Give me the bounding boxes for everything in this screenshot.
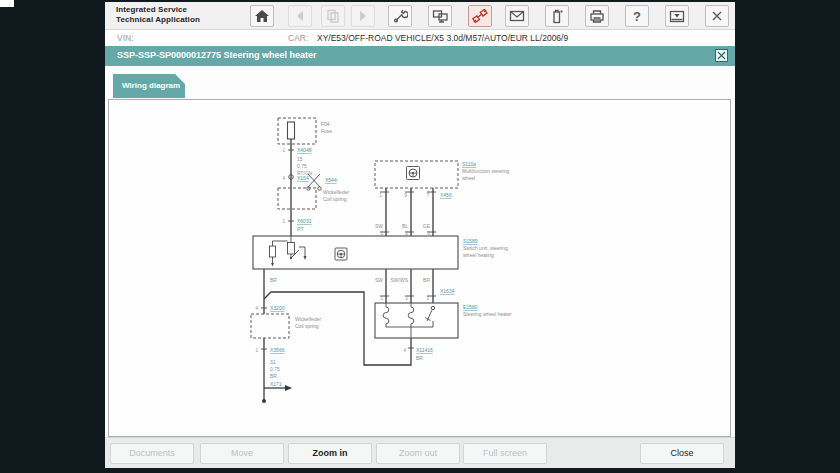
documents-button[interactable]: Documents <box>110 443 194 464</box>
zoom-in-button[interactable]: Zoom in <box>288 443 372 464</box>
component-name: Steering wheel heater <box>463 311 512 317</box>
app-title-line2: Technical Application <box>116 15 200 25</box>
component-id-s1589: S1589 <box>463 238 478 244</box>
connector-x6031: X6031 <box>297 218 312 224</box>
workshop-tools-button[interactable] <box>388 5 412 27</box>
home-button[interactable] <box>250 5 274 27</box>
component-id-s110a: S110a <box>462 161 476 167</box>
output-wire-labels: BR SW SW/WS BR 1 2 3 X1634 <box>270 277 455 301</box>
coil-spring-name-de: Wickelfeder <box>323 189 349 195</box>
coil-spring-lower-box: 4 X3200 Wickelfeder Coil spring 1 X3566 <box>251 305 321 353</box>
wiring-diagram: F04 Fuse 1 X4048 15 0,75 RT/GN 4 X164 <box>109 100 730 436</box>
pin-number: 9 <box>404 193 407 198</box>
obd-plug-icon <box>472 9 488 23</box>
component-name: Multifunction steering <box>462 168 509 174</box>
help-button[interactable]: ? <box>625 5 649 27</box>
printer-icon <box>589 9 605 23</box>
pages-icon <box>325 9 341 23</box>
full-screen-button[interactable]: Full screen <box>463 443 547 464</box>
wire-color: SW <box>375 223 383 229</box>
wire-color: BR <box>270 277 277 283</box>
pin-number: 7 <box>426 193 429 198</box>
document-header: SSP-SSP-SP0000012775 Steering wheel heat… <box>105 46 735 66</box>
close-app-button[interactable] <box>705 5 729 27</box>
connector-x171: X171 <box>270 381 282 387</box>
dock-screen-icon <box>669 10 685 23</box>
print-button[interactable] <box>585 5 609 27</box>
document-title: SSP-SSP-SP0000012775 Steering wheel heat… <box>117 50 317 60</box>
pin-number: 1 <box>282 219 285 224</box>
wire-color: SW/WS <box>391 277 409 283</box>
action-bar: Documents Move Zoom in Zoom out Full scr… <box>105 437 735 468</box>
fuse-box: F04 Fuse <box>278 118 332 144</box>
steering-wheel-heater-box: E1580 Steering wheel heater 4 X11416 BR <box>375 303 512 361</box>
pin-number: 4 <box>282 176 285 181</box>
wrench-icon <box>393 9 408 23</box>
connector-x4048: X4048 <box>297 147 312 153</box>
connector-x1634: X1634 <box>440 288 455 294</box>
wire-color: SW <box>375 277 383 283</box>
vehicle-connection-button[interactable] <box>468 5 492 27</box>
diagram-canvas[interactable]: F04 Fuse 1 X4048 15 0,75 RT/GN 4 X164 <box>108 99 731 437</box>
pin-number: 1 <box>255 348 258 353</box>
coil-spring-name-de: Wickelfeder <box>295 316 321 322</box>
wire-color: BL <box>402 223 408 229</box>
pin-number: 3 <box>426 296 429 301</box>
back-arrow-icon <box>294 10 306 22</box>
connector-x3200: X3200 <box>270 305 285 311</box>
messages-button[interactable] <box>505 5 529 27</box>
supply-wire-labels: 1 X4048 15 0,75 RT/GN 4 X164 <box>282 147 312 181</box>
connector-x544: X544 <box>325 177 337 183</box>
wire-color: BR <box>416 355 423 361</box>
car-label: CAR: <box>288 33 308 43</box>
tab-wiring-diagram[interactable]: Wiring diagram <box>113 74 185 98</box>
wire-color: BR <box>423 277 430 283</box>
main-toolbar: Integrated Service Technical Application <box>105 2 735 30</box>
ista-window: Integrated Service Technical Application <box>105 2 735 468</box>
battery-button[interactable] <box>545 5 569 27</box>
component-name: wheel heating <box>463 252 494 258</box>
pin-number: 4 <box>255 306 258 311</box>
wire-gauge: 0,75 <box>270 366 280 372</box>
component-name: wheel <box>462 175 475 181</box>
wire-color: RT <box>297 226 304 232</box>
document-content: Wiring diagram <box>105 66 735 468</box>
ground-point <box>262 399 266 403</box>
envelope-icon <box>509 10 525 22</box>
dual-monitor-icon <box>432 9 448 23</box>
component-name: Switch unit, steering <box>463 245 508 251</box>
connector-x3566: X3566 <box>270 347 285 353</box>
screen-corner-artifact <box>0 0 14 7</box>
display-connections-button[interactable] <box>428 5 452 27</box>
question-mark-icon: ? <box>633 9 641 24</box>
pin-number: 1 <box>379 193 382 198</box>
coil-spring-name-en: Coil spring <box>295 323 319 329</box>
scissors-cut-icon: X544 <box>307 174 337 190</box>
dock-window-button[interactable] <box>665 5 689 27</box>
switch-unit-box: S1589 Switch unit, steering wheel heatin… <box>253 236 508 269</box>
back-button[interactable] <box>288 5 312 27</box>
connector-x164: X164 <box>297 175 309 181</box>
forward-button[interactable] <box>351 5 375 27</box>
battery-icon <box>551 9 563 24</box>
coil-spring-name-en: Coil spring <box>323 196 347 202</box>
car-value: XY/E53/OFF-ROAD VEHICLE/X5 3.0d/M57/AUTO… <box>317 33 568 43</box>
vehicle-info-bar: VIN: CAR: XY/E53/OFF-ROAD VEHICLE/X5 3.0… <box>105 30 735 46</box>
steering-wheel-icon <box>407 167 420 180</box>
move-button[interactable]: Move <box>200 443 284 464</box>
zoom-out-button[interactable]: Zoom out <box>376 443 460 464</box>
close-button[interactable]: Close <box>640 443 724 464</box>
document-close-button[interactable] <box>715 49 728 62</box>
connector-x11416: X11416 <box>416 347 433 353</box>
pin-number: 2 <box>405 296 408 301</box>
pin-number: 1 <box>282 148 285 153</box>
forward-arrow-icon <box>357 10 369 22</box>
documents-history-button[interactable] <box>321 5 345 27</box>
wire-terminal: 15 <box>297 156 303 162</box>
connector-x456: X456 <box>440 192 452 198</box>
pin-number: 4 <box>403 348 406 353</box>
wire-color: BR <box>270 373 277 379</box>
fuse-name: Fuse <box>321 128 332 134</box>
ground-wire-labels: 31 0,75 BR X171 <box>270 359 282 387</box>
wire-terminal: 31 <box>270 359 276 365</box>
